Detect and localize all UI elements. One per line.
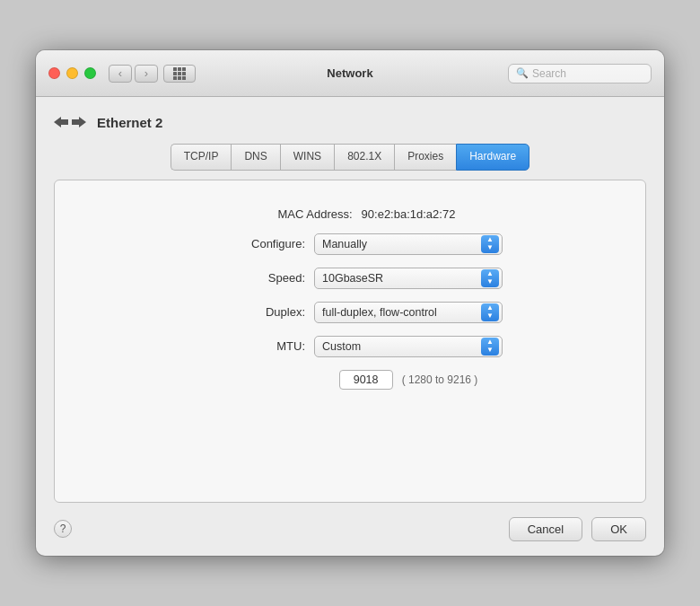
grid-icon	[173, 67, 186, 80]
mtu-hint: ( 1280 to 9216 )	[402, 373, 478, 386]
configure-row: Configure: Automatically Manually ▲ ▼	[73, 233, 627, 255]
ethernet-icon-svg	[54, 110, 86, 135]
network-header: Ethernet 2	[36, 97, 664, 144]
tab-proxies[interactable]: Proxies	[394, 144, 456, 170]
tabs-bar: TCP/IP DNS WINS 802.1X Proxies Hardware	[36, 144, 664, 179]
close-button[interactable]	[48, 67, 60, 79]
speed-select[interactable]: 10GbaseSR 1GbaseT 100baseTX Automatic	[314, 268, 503, 289]
search-icon: 🔍	[516, 67, 529, 79]
forward-button[interactable]: ›	[135, 65, 158, 83]
back-button[interactable]: ‹	[109, 65, 132, 83]
search-placeholder: Search	[532, 67, 566, 80]
ok-button[interactable]: OK	[591, 517, 646, 541]
speed-label: Speed:	[197, 271, 305, 285]
search-box[interactable]: 🔍 Search	[508, 64, 652, 83]
tab-tcpip[interactable]: TCP/IP	[171, 144, 232, 170]
duplex-select-wrapper: full-duplex, flow-control full-duplex ha…	[314, 302, 503, 323]
nav-buttons: ‹ ›	[109, 65, 158, 83]
tab-wins[interactable]: WINS	[280, 144, 334, 170]
tab-dns[interactable]: DNS	[231, 144, 279, 170]
configure-label: Configure:	[197, 237, 305, 250]
mtu-row: MTU: Standard (1500) Jumbo (9000) Custom…	[73, 336, 627, 357]
main-window: ‹ › Network 🔍 Search	[36, 50, 664, 555]
mtu-label: MTU:	[197, 339, 305, 353]
forward-icon: ›	[144, 66, 148, 80]
help-icon: ?	[60, 523, 66, 535]
duplex-label: Duplex:	[197, 305, 305, 319]
mtu-input-row: ( 1280 to 9216 )	[73, 370, 627, 390]
minimize-button[interactable]	[66, 67, 78, 79]
speed-row: Speed: 10GbaseSR 1GbaseT 100baseTX Autom…	[73, 268, 627, 289]
configure-select[interactable]: Automatically Manually	[314, 233, 503, 255]
svg-marker-0	[54, 117, 68, 127]
footer: ? Cancel OK	[36, 503, 664, 556]
titlebar: ‹ › Network 🔍 Search	[36, 50, 664, 97]
tab-hardware[interactable]: Hardware	[456, 144, 529, 170]
content-panel: MAC Address: 90:e2:ba:1d:a2:72 Configure…	[54, 180, 646, 503]
mac-address-row: MAC Address: 90:e2:ba:1d:a2:72	[73, 207, 627, 221]
cancel-button[interactable]: Cancel	[509, 517, 582, 541]
duplex-row: Duplex: full-duplex, flow-control full-d…	[73, 302, 627, 323]
network-name: Ethernet 2	[97, 115, 162, 130]
mtu-select-wrapper: Standard (1500) Jumbo (9000) Custom ▲ ▼	[314, 336, 503, 357]
footer-buttons: Cancel OK	[509, 517, 646, 541]
tab-8021x[interactable]: 802.1X	[334, 144, 394, 170]
duplex-select[interactable]: full-duplex, flow-control full-duplex ha…	[314, 302, 503, 323]
configure-select-wrapper: Automatically Manually ▲ ▼	[314, 233, 503, 255]
mac-label: MAC Address:	[245, 207, 353, 221]
help-button[interactable]: ?	[54, 520, 72, 538]
mtu-select[interactable]: Standard (1500) Jumbo (9000) Custom	[314, 336, 503, 357]
maximize-button[interactable]	[84, 67, 96, 79]
speed-select-wrapper: 10GbaseSR 1GbaseT 100baseTX Automatic ▲ …	[314, 268, 503, 289]
grid-button[interactable]	[163, 65, 196, 83]
back-icon: ‹	[118, 66, 122, 80]
svg-marker-1	[72, 117, 86, 127]
window-title: Network	[327, 66, 372, 80]
ethernet-icon	[54, 110, 86, 135]
traffic-lights	[48, 67, 96, 79]
mac-value: 90:e2:ba:1d:a2:72	[362, 207, 456, 221]
mtu-value-input[interactable]	[339, 370, 393, 390]
